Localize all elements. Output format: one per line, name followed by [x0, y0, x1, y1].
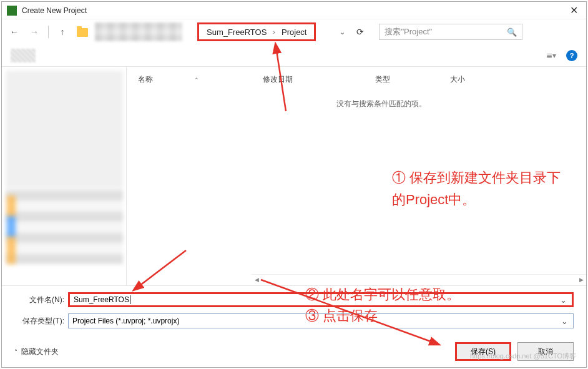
breadcrumb-part2[interactable]: Project [282, 27, 306, 37]
horizontal-scrollbar[interactable]: ◀ ▶ [252, 274, 586, 284]
filename-label: 文件名(N): [14, 295, 64, 305]
chevron-up-icon: ˄ [14, 348, 17, 355]
filename-input[interactable]: Sum_FreeRTOS [68, 292, 574, 307]
scroll-right-button[interactable]: ▶ [576, 275, 586, 285]
window-title: Create New Project [22, 6, 561, 15]
titlebar: Create New Project ✕ [2, 2, 586, 19]
help-button[interactable]: ? [566, 50, 577, 61]
breadcrumb-dropdown[interactable]: ⌄ [340, 28, 345, 36]
nav-sidebar [2, 67, 127, 285]
up-button[interactable]: ↑ [55, 24, 70, 39]
filetype-select[interactable]: Project Files (*.uvproj; *.uvprojx) [68, 313, 574, 328]
folder-icon [75, 24, 90, 39]
app-icon [7, 6, 17, 16]
obscured-path [95, 22, 182, 41]
search-input[interactable]: 搜索"Project" 🔍 [379, 24, 522, 40]
empty-message: 没有与搜索条件匹配的项。 [177, 99, 586, 109]
search-icon[interactable]: 🔍 [507, 27, 517, 37]
dialog-window: Create New Project ✕ ← → ↑ Sum_FreeRTOS … [1, 1, 587, 368]
obscured-organize [11, 49, 36, 62]
obscured-sidebar-tree[interactable] [6, 71, 123, 264]
main-area: 名称 ⌃ 修改日期 类型 大小 没有与搜索条件匹配的项。 ① 保存到新建文件夹目… [2, 67, 586, 285]
text-caret [130, 295, 130, 304]
breadcrumb-part1[interactable]: Sum_FreeRTOS [207, 27, 267, 37]
hide-folders-toggle[interactable]: ˄ 隐藏文件夹 [14, 347, 59, 357]
view-mode-button[interactable]: ≣▾ [546, 51, 556, 60]
refresh-button[interactable]: ⟳ [356, 27, 364, 37]
breadcrumb-separator: › [273, 28, 275, 36]
file-list-pane: 名称 ⌃ 修改日期 类型 大小 没有与搜索条件匹配的项。 ① 保存到新建文件夹目… [127, 67, 586, 285]
filetype-label: 保存类型(T): [14, 316, 64, 327]
sort-arrow-icon: ⌃ [194, 77, 199, 83]
column-date[interactable]: 修改日期 [258, 72, 370, 87]
column-headers: 名称 ⌃ 修改日期 类型 大小 [127, 67, 586, 92]
forward-button: → [27, 24, 42, 39]
search-placeholder: 搜索"Project" [385, 26, 432, 37]
annotation-1: ① 保存到新建文件夹目录下 的Project中。 [392, 167, 561, 210]
scroll-left-button[interactable]: ◀ [252, 275, 262, 285]
back-button[interactable]: ← [7, 24, 22, 39]
column-name[interactable]: 名称 ⌃ [133, 72, 258, 87]
column-size[interactable]: 大小 [445, 72, 476, 87]
watermark: https://blog.csdn.net @51CTO博客 [470, 352, 576, 361]
organize-bar: ≣▾ ? [2, 44, 586, 67]
close-button[interactable]: ✕ [561, 2, 586, 19]
column-type[interactable]: 类型 [370, 72, 445, 87]
nav-toolbar: ← → ↑ Sum_FreeRTOS › Project ⌄ ⟳ 搜索"Proj… [2, 19, 586, 44]
breadcrumb-highlight[interactable]: Sum_FreeRTOS › Project [197, 22, 316, 41]
nav-separator [48, 26, 49, 38]
